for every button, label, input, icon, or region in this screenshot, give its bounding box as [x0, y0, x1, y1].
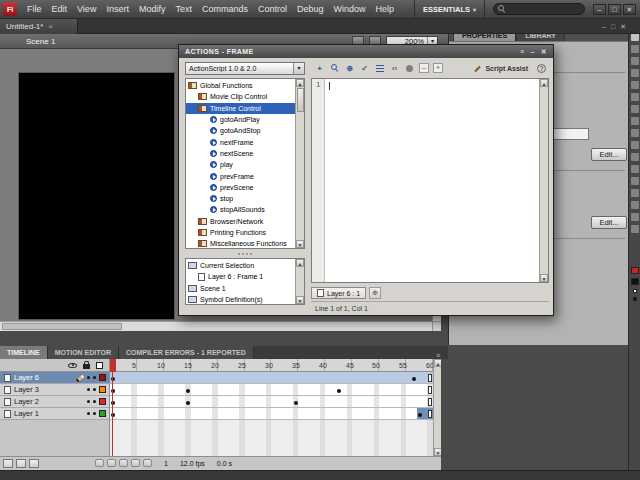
toolbox-item-gotoandstop[interactable]: gotoAndStop [186, 125, 295, 136]
add-script-icon[interactable]: + [314, 63, 325, 74]
menu-debug[interactable]: Debug [292, 0, 329, 19]
show-hide-all-layers-icon[interactable] [68, 363, 77, 368]
workspace-switcher[interactable]: ESSENTIALS ▾ [414, 0, 485, 19]
panes-splitter[interactable] [185, 251, 305, 257]
scrollbar-thumb[interactable] [297, 88, 304, 112]
layer-name[interactable]: Layer 6 [14, 373, 72, 382]
actions-toolbox-tree[interactable]: Global Functions Movie Clip Control Time… [185, 78, 305, 249]
frames-row-layer-2[interactable] [110, 396, 433, 408]
check-syntax-icon[interactable]: ✓ [359, 63, 370, 74]
panel-close-button[interactable]: ✕ [541, 48, 547, 56]
layer-name[interactable]: Layer 1 [14, 409, 72, 418]
actionscript-version-select[interactable]: ActionScript 1.0 & 2.0 ▾ [185, 62, 305, 75]
flash-logo-icon[interactable]: Fl [3, 2, 17, 16]
free-transform-tool[interactable] [631, 57, 639, 65]
scroll-up-arrow[interactable]: ▲ [540, 79, 548, 87]
fill-color-swatch[interactable] [631, 278, 639, 285]
layer-row-layer-6[interactable]: Layer 6 [0, 372, 110, 384]
panel-menu-icon[interactable]: ≡ [520, 48, 525, 56]
toolbox-item-stop[interactable]: stop [186, 193, 295, 204]
menu-control[interactable]: Control [253, 0, 292, 19]
delete-layer-button[interactable] [29, 459, 39, 468]
navigator-scrollbar[interactable]: ▲ ▼ [295, 259, 304, 304]
eraser-tool[interactable] [631, 201, 639, 209]
navigator-item-current-selection[interactable]: Current Selection [186, 260, 295, 271]
toolbox-item-prevframe[interactable]: prevFrame [186, 170, 295, 181]
new-folder-button[interactable] [16, 459, 26, 468]
layer-name[interactable]: Layer 2 [14, 397, 72, 406]
default-colors-icon[interactable] [633, 297, 637, 301]
help-icon[interactable]: ? [537, 64, 546, 73]
stroke-color-swatch[interactable] [631, 267, 639, 274]
menu-insert[interactable]: Insert [101, 0, 134, 19]
auto-format-icon[interactable] [374, 63, 385, 74]
maximize-button[interactable]: □ [608, 4, 621, 15]
pencil-tool[interactable] [631, 129, 639, 137]
layer-outline-color-swatch[interactable] [99, 410, 106, 417]
layer-lock-dot[interactable] [93, 400, 96, 403]
toolbox-item-nextscene[interactable]: nextScene [186, 148, 295, 159]
scrollbar-thumb[interactable] [2, 323, 122, 330]
subselection-tool[interactable] [631, 45, 639, 53]
eyedropper-tool[interactable] [631, 189, 639, 197]
hand-tool[interactable] [631, 213, 639, 221]
timeline-frame-ruler[interactable]: 5 10 15 20 25 30 35 40 45 50 55 60 [110, 359, 433, 372]
outline-all-layers-icon[interactable] [96, 362, 103, 369]
panel-minimize-button[interactable]: – [530, 48, 534, 56]
document-tab[interactable]: Untitled-1* × [0, 19, 78, 34]
document-tab-close-icon[interactable]: × [48, 22, 53, 31]
menu-help[interactable]: Help [371, 0, 400, 19]
toolbox-item-movie-clip-control[interactable]: Movie Clip Control [186, 91, 295, 102]
menu-text[interactable]: Text [170, 0, 197, 19]
edit-multiple-frames-button[interactable] [131, 459, 140, 467]
brush-tool[interactable] [631, 141, 639, 149]
rectangle-tool[interactable] [631, 117, 639, 125]
selection-tool[interactable] [631, 33, 639, 41]
lock-all-layers-icon[interactable] [83, 364, 90, 369]
scroll-down-arrow[interactable]: ▼ [296, 240, 304, 248]
menu-file[interactable]: File [22, 0, 47, 19]
expand-all-icon[interactable]: + [433, 63, 443, 73]
menu-commands[interactable]: Commands [197, 0, 253, 19]
chevron-down-icon[interactable]: ▾ [293, 63, 304, 74]
scroll-up-arrow[interactable]: ▲ [296, 259, 304, 267]
script-editor-area[interactable]: 1 ▲ ▼ [311, 78, 549, 283]
modify-onion-markers-button[interactable] [143, 459, 152, 467]
layer-row-layer-1[interactable]: Layer 1 [0, 408, 110, 420]
close-button[interactable]: ✕ [623, 4, 636, 15]
tab-timeline[interactable]: TIMELINE [0, 346, 48, 359]
tab-compiler-errors[interactable]: COMPILER ERRORS - 1 REPORTED [119, 346, 254, 359]
layer-outline-color-swatch[interactable] [99, 386, 106, 393]
toolbox-item-timeline-control[interactable]: Timeline Control [186, 103, 295, 114]
navigator-item-scene-1[interactable]: Scene 1 [186, 283, 295, 294]
scroll-up-arrow[interactable]: ▲ [296, 79, 304, 87]
edit-profile-button[interactable]: Edit... [591, 148, 627, 161]
toolbox-item-nextframe[interactable]: nextFrame [186, 136, 295, 147]
scroll-down-arrow[interactable]: ▼ [296, 296, 304, 304]
center-frame-button[interactable] [95, 459, 104, 467]
tab-motion-editor[interactable]: MOTION EDITOR [48, 346, 119, 359]
code-hint-icon[interactable]: ‹› [389, 63, 400, 74]
navigator-item-layer-6-frame-1[interactable]: Layer 6 : Frame 1 [186, 271, 295, 282]
scroll-down-arrow[interactable]: ▼ [540, 274, 548, 282]
timeline-frames-area[interactable] [110, 372, 433, 420]
find-icon[interactable] [329, 63, 340, 74]
toolbox-item-gotoandplay[interactable]: gotoAndPlay [186, 114, 295, 125]
menu-view[interactable]: View [72, 0, 101, 19]
lasso-tool[interactable] [631, 69, 639, 77]
stage-canvas[interactable] [18, 72, 175, 320]
current-scene-label[interactable]: Scene 1 [26, 37, 55, 46]
layer-lock-dot[interactable] [93, 412, 96, 415]
timeline-vertical-scrollbar[interactable]: ▲ ▼ [433, 359, 441, 456]
deco-tool[interactable] [631, 153, 639, 161]
frame-rate-indicator[interactable]: 12.0 fps [180, 460, 205, 467]
playhead-handle[interactable] [110, 359, 116, 372]
menu-window[interactable]: Window [329, 0, 371, 19]
collapse-braces-icon[interactable]: – [419, 63, 429, 73]
actions-panel-titlebar[interactable]: ACTIONS - FRAME ≡ – ✕ [179, 45, 553, 58]
layer-name[interactable]: Layer 3 [14, 385, 72, 394]
edit-settings-button[interactable]: Edit... [591, 216, 627, 229]
layer-visibility-dot[interactable] [87, 388, 90, 391]
stage-horizontal-scrollbar[interactable] [0, 321, 432, 331]
toolbox-item-play[interactable]: play [186, 159, 295, 170]
